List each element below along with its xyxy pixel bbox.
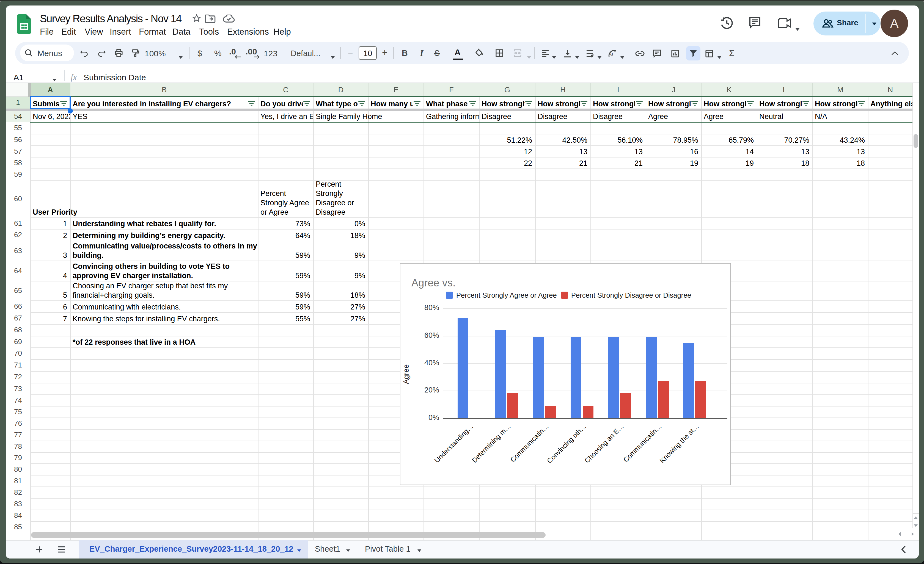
- svg-text:a: a: [610, 51, 613, 57]
